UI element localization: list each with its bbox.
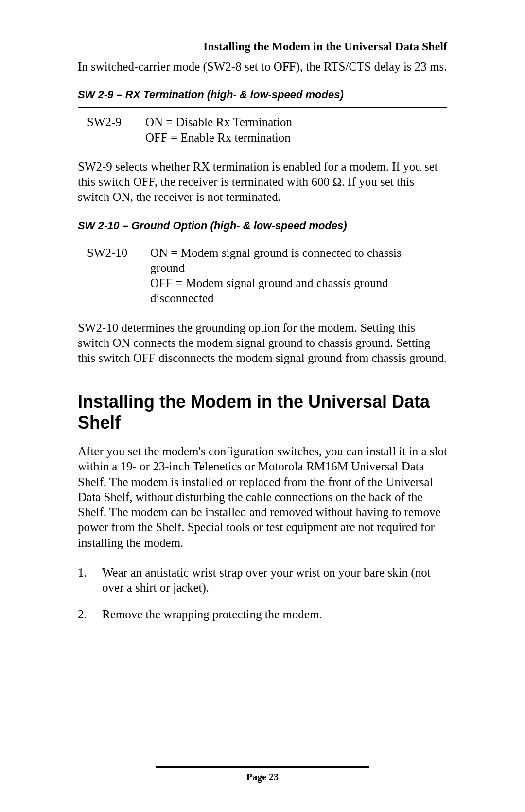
switch-off-line: OFF = Modem signal ground and chassis gr…: [150, 275, 438, 306]
switch-name: SW2-9: [87, 114, 145, 145]
main-heading: Installing the Modem in the Universal Da…: [78, 392, 447, 433]
install-paragraph: After you set the modem's configuration …: [78, 444, 447, 550]
switch-on-line: ON = Modem signal ground is connected to…: [150, 245, 438, 276]
intro-paragraph: In switched-carrier mode (SW2-8 set to O…: [78, 59, 447, 74]
footer-divider: [156, 766, 369, 768]
section-label-sw2-9: SW 2-9 – RX Termination (high- & low-spe…: [78, 89, 447, 101]
list-item: Wear an antistatic wrist strap over your…: [78, 565, 447, 595]
list-item: Remove the wrapping protecting the modem…: [78, 607, 447, 622]
switch-description: ON = Disable Rx Termination OFF = Enable…: [145, 114, 438, 145]
switch-description: ON = Modem signal ground is connected to…: [150, 245, 438, 306]
switch-name: SW2-10: [87, 245, 150, 306]
option-row: SW2-10 ON = Modem signal ground is conne…: [87, 245, 438, 306]
option-box-sw2-10: SW2-10 ON = Modem signal ground is conne…: [78, 238, 447, 313]
install-steps-list: Wear an antistatic wrist strap over your…: [78, 565, 447, 622]
switch-on-line: ON = Disable Rx Termination: [145, 114, 438, 129]
switch-off-line: OFF = Enable Rx termination: [145, 130, 438, 145]
page-container: Installing the Modem in the Universal Da…: [0, 0, 525, 812]
section2-description: SW2-10 determines the grounding option f…: [78, 320, 447, 366]
running-header: Installing the Modem in the Universal Da…: [78, 40, 447, 53]
option-row: SW2-9 ON = Disable Rx Termination OFF = …: [87, 114, 438, 145]
section-label-sw2-10: SW 2-10 – Ground Option (high- & low-spe…: [78, 219, 447, 232]
option-box-sw2-9: SW2-9 ON = Disable Rx Termination OFF = …: [78, 107, 447, 152]
section1-description: SW2-9 selects whether RX termination is …: [78, 159, 447, 205]
page-footer: Page 23: [0, 766, 525, 783]
page-number: Page 23: [156, 772, 369, 783]
